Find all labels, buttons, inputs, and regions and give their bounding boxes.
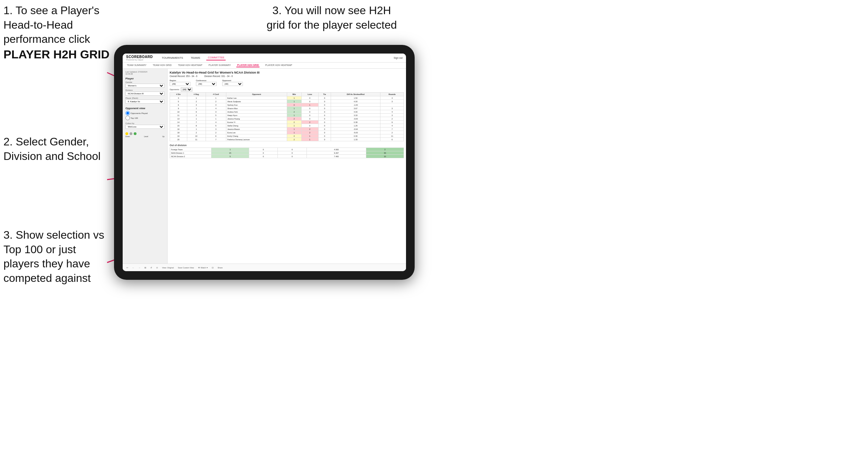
table-row: 11 xyxy=(170,114,187,117)
subnav-team-summary[interactable]: TEAM SUMMARY xyxy=(126,64,147,67)
nav-committee[interactable]: COMMITTEE xyxy=(206,55,226,60)
nav-right: Sign out xyxy=(394,57,403,59)
table-row: 18 xyxy=(170,131,187,134)
colour-by-select[interactable]: Win/Loss xyxy=(125,125,164,129)
legend-down-label: Down xyxy=(125,135,130,137)
subnav-team-h2h-heatmap[interactable]: TEAM H2H HEATMAP xyxy=(177,64,203,67)
toolbar-watch[interactable]: 👁 Watch ▾ xyxy=(197,266,208,269)
logo-sub: Powered by clippd xyxy=(126,59,153,61)
table-row: 16 xyxy=(170,127,187,131)
th-diff: Diff Av Strokes/Rnd xyxy=(331,93,380,96)
instruction-1: 1. To see a Player's Head-to-Head perfor… xyxy=(3,3,111,62)
content-area: Last Updated: 27/03/2024 16:55:38 Player… xyxy=(123,69,406,270)
legend-level-label: Level xyxy=(144,135,148,137)
th-div: # Div xyxy=(170,93,187,96)
th-conf: # Conf xyxy=(206,93,226,96)
radio-group: Opponents Played Top 100 xyxy=(125,111,164,120)
h2h-table: # Div # Reg # Conf Opponent Win Loss Tie… xyxy=(170,92,404,141)
nav-teams[interactable]: TEAMS xyxy=(189,56,202,60)
table-row: 3 xyxy=(170,96,187,100)
filter-conference: Conference (All) xyxy=(196,79,217,86)
table-row: 19 xyxy=(170,134,187,138)
out-of-div-table: Foreign Team 1 0 0 4.500 2 NAIA Division… xyxy=(170,147,404,158)
dot-level xyxy=(130,132,132,135)
color-legend: Down Level Up xyxy=(125,132,164,137)
player-h2h-grid-label: PLAYER H2H GRID xyxy=(3,48,110,61)
opponent-select[interactable]: (All) xyxy=(222,82,243,86)
region-select[interactable]: (All) xyxy=(170,82,190,86)
radio-top100[interactable]: Top 100 xyxy=(125,116,164,120)
table-row: 15 xyxy=(170,124,187,127)
out-of-div-row: NCAA Division 2 xyxy=(170,155,211,158)
tablet-frame: SCOREBOARD Powered by clippd TOURNAMENTS… xyxy=(114,45,415,280)
filter-opponent: Opponent (All) xyxy=(222,79,243,86)
table-row: 5 xyxy=(170,100,187,103)
table-row: 10 xyxy=(170,110,187,114)
h2h-title: Katelyn Vo Head-to-Head Grid for Women's… xyxy=(170,71,404,74)
subnav-team-h2h-grid[interactable]: TEAM H2H GRID xyxy=(152,64,172,67)
instruction-3-bottom: 3. Show selection vs Top 100 or just pla… xyxy=(3,228,111,285)
subnav-player-h2h-heatmap[interactable]: PLAYER H2H HEATMAP xyxy=(264,64,293,67)
division-record: Division Record: 331 - 34 - 6 xyxy=(204,75,233,77)
conference-select[interactable]: (All) xyxy=(196,82,217,86)
overall-record: Overall Record: 353 - 34 - 6 xyxy=(170,75,197,77)
th-opponent: Opponent xyxy=(226,93,287,96)
out-of-div-header: Out of division xyxy=(170,144,404,146)
table-row: 14 xyxy=(170,121,187,124)
nav-tournaments[interactable]: TOURNAMENTS xyxy=(160,56,185,60)
instruction-3-top: 3. You will now see H2H grid for the pla… xyxy=(263,3,401,32)
sub-nav: TEAM SUMMARY TEAM H2H GRID TEAM H2H HEAT… xyxy=(123,63,406,69)
filter-row: Region (All) Conference (All) Opponent xyxy=(170,79,404,86)
th-reg: # Reg xyxy=(187,93,206,96)
player-rank-select[interactable]: 8. Katelyn Vo xyxy=(125,99,164,104)
opponents-label: Opponents: (All) xyxy=(170,87,404,92)
opponents-select[interactable]: (All) xyxy=(181,87,192,92)
timestamp: Last Updated: 27/03/2024 16:55:38 xyxy=(125,71,164,75)
th-tie: Tie xyxy=(318,93,331,96)
logo-main: SCOREBOARD xyxy=(126,55,153,59)
legend-up-label: Up xyxy=(162,135,164,137)
subnav-player-summary[interactable]: PLAYER SUMMARY xyxy=(208,64,232,67)
table-row: 9 xyxy=(170,107,187,110)
radio-opponents-played[interactable]: Opponents Played xyxy=(125,111,164,115)
gender-select[interactable]: Women's xyxy=(125,84,164,88)
player-rank-label: Player (Rank) xyxy=(125,97,164,99)
dot-up xyxy=(134,132,136,135)
instruction-2: 2. Select Gender, Division and School xyxy=(3,135,111,163)
division-label: Division xyxy=(125,89,164,91)
table-row: 13 xyxy=(170,117,187,121)
toolbar-share[interactable]: Share xyxy=(217,266,224,269)
nav-bar: SCOREBOARD Powered by clippd TOURNAMENTS… xyxy=(123,54,406,63)
gender-label: Gender xyxy=(125,81,164,83)
h2h-records: Overall Record: 353 - 34 - 6 Division Re… xyxy=(170,75,404,77)
logo: SCOREBOARD Powered by clippd xyxy=(126,55,153,61)
dot-down xyxy=(125,132,128,135)
th-rounds: Rounds xyxy=(380,93,404,96)
sign-out-link[interactable]: Sign out xyxy=(394,57,403,59)
toolbar-layout[interactable]: ⊡ xyxy=(211,266,215,269)
opponent-view-title: Opponent view xyxy=(125,107,164,110)
subnav-player-h2h-grid[interactable]: PLAYER H2H GRID xyxy=(236,64,260,67)
division-select[interactable]: NCAA Division III xyxy=(125,92,164,96)
bottom-toolbar: ↩ ← → ⊞ ↺ ⊙ View: Original Save Custom V… xyxy=(168,264,406,270)
main-panel: Katelyn Vo Head-to-Head Grid for Women's… xyxy=(168,69,406,270)
left-panel: Last Updated: 27/03/2024 16:55:38 Player… xyxy=(123,69,168,270)
tablet-screen: SCOREBOARD Powered by clippd TOURNAMENTS… xyxy=(123,54,406,271)
colour-by-label: Colour by xyxy=(125,122,164,124)
toolbar-save-view[interactable]: Save Custom View xyxy=(177,266,195,269)
table-row: 6 xyxy=(170,103,187,107)
toolbar-view-original[interactable]: View: Original xyxy=(168,266,175,269)
filter-region: Region (All) xyxy=(170,79,190,86)
player-section-title: Player xyxy=(125,77,164,80)
th-win: Win xyxy=(287,93,301,96)
out-of-div-row: NAIA Division 1 xyxy=(170,151,211,155)
out-of-div-row: Foreign Team xyxy=(170,148,211,151)
th-loss: Loss xyxy=(301,93,318,96)
table-row: 20 xyxy=(170,138,187,141)
